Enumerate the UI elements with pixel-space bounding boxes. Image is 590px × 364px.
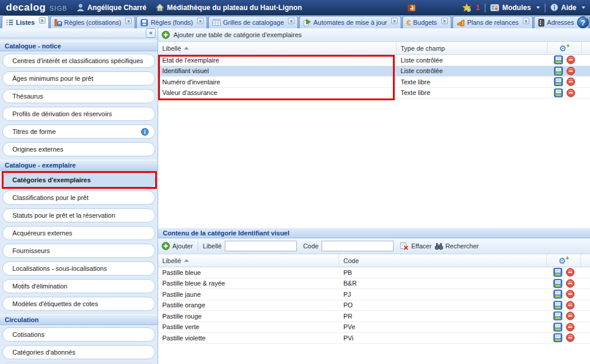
column-header-actions[interactable]: ⚙+ bbox=[547, 254, 581, 267]
sidebar-item-label: Modèles d'étiquettes de cotes bbox=[12, 300, 98, 307]
column-header-actions[interactable]: ⚙+ bbox=[548, 42, 582, 54]
save-icon[interactable] bbox=[553, 333, 562, 342]
sidebar-item-categories-d-abonnes[interactable]: Catégories d'abonnés bbox=[2, 345, 155, 359]
tab-grilles-de-catalogage[interactable]: Grilles de catalogagex bbox=[208, 16, 298, 28]
cell-code: PB bbox=[339, 269, 547, 276]
automate-icon bbox=[303, 19, 311, 27]
collapse-sidebar-button[interactable]: « bbox=[146, 28, 156, 38]
sidebar-item-profils-de-derivation-des-reservoirs[interactable]: Profils de dérivation des réservoirs bbox=[2, 107, 155, 121]
table-row[interactable]: Etat de l'exemplaireListe contrôlée bbox=[158, 55, 590, 66]
body: « Catalogue - noticeCentres d'intérêt et… bbox=[0, 28, 590, 364]
column-header-code[interactable]: Code bbox=[339, 254, 547, 267]
sidebar-item-fournisseurs[interactable]: Fournisseurs bbox=[2, 244, 155, 258]
tab-automates-de-mise-a-jour[interactable]: Automates de mise à jourx bbox=[299, 16, 401, 28]
sidebar-item-label: Profils de dérivation des réservoirs bbox=[12, 110, 112, 117]
table-row[interactable]: Identifiant visuelListe contrôlée bbox=[158, 66, 590, 77]
table-row[interactable]: Pastille jaunePJ bbox=[158, 289, 590, 300]
tab-close-icon[interactable]: x bbox=[39, 17, 45, 24]
effacer-button[interactable]: Effacer bbox=[400, 242, 432, 250]
tab-budgets[interactable]: €Budgetsx bbox=[402, 16, 451, 28]
sidebar-item-acquereurs-externes[interactable]: Acquéreurs externes bbox=[2, 226, 155, 240]
table-row[interactable]: Numéro d'inventaireTexte libre bbox=[158, 77, 590, 88]
sidebar-item-ages-minimums-pour-le-pret[interactable]: Âges minimums pour le prêt bbox=[2, 71, 155, 86]
sidebar-section-catalogue-exemplaire: Catalogue - exemplaire bbox=[0, 160, 158, 170]
tab-close-icon[interactable]: x bbox=[197, 18, 204, 24]
tab-plans-de-relances[interactable]: Plans de relancesx bbox=[453, 16, 533, 28]
libelle-filter-input[interactable] bbox=[225, 241, 297, 251]
save-icon[interactable] bbox=[554, 67, 563, 76]
save-icon[interactable] bbox=[554, 55, 563, 64]
sidebar-item-label: Classifications pour le prêt bbox=[12, 194, 88, 201]
help-menu[interactable]: Aide bbox=[550, 4, 585, 12]
delete-icon[interactable] bbox=[566, 323, 575, 332]
sidebar-item-modeles-d-etiquettes-de-cotes[interactable]: Modèles d'étiquettes de cotes bbox=[2, 297, 155, 311]
save-icon[interactable] bbox=[553, 268, 562, 277]
sidebar-item-statuts-pour-le-pret-et-la-reservation[interactable]: Statuts pour le prêt et la réservation bbox=[2, 208, 155, 222]
add-table-button[interactable]: Ajouter une table de catégorie d'exempla… bbox=[173, 31, 301, 38]
gear-add-icon[interactable]: ⚙+ bbox=[559, 256, 569, 265]
sidebar-item-motifs-d-elimination[interactable]: Motifs d'élimination bbox=[2, 279, 155, 293]
sidebar-item-origines-externes[interactable]: Origines externes bbox=[2, 142, 155, 156]
relance-icon bbox=[457, 19, 465, 27]
save-icon[interactable] bbox=[553, 323, 562, 332]
tab-close-icon[interactable]: x bbox=[441, 18, 448, 24]
delete-icon[interactable] bbox=[566, 88, 575, 97]
tab-close-icon[interactable]: x bbox=[391, 18, 398, 24]
code-filter-input[interactable] bbox=[322, 241, 394, 251]
save-icon[interactable] bbox=[553, 311, 562, 320]
gear-add-icon[interactable]: ⚙+ bbox=[559, 44, 570, 53]
sidebar-item-localisations-sous-localisations[interactable]: Localisations - sous-localisations bbox=[2, 261, 155, 276]
info-circle-icon[interactable] bbox=[141, 128, 149, 136]
delete-icon[interactable] bbox=[566, 67, 575, 76]
titlebar-actions: 1 | Modules | Aide bbox=[407, 2, 585, 13]
delete-icon[interactable] bbox=[566, 290, 575, 299]
sidebar-section-items: Centres d'intérêt et classifications spé… bbox=[0, 51, 158, 158]
delete-icon[interactable] bbox=[566, 55, 575, 64]
tab-close-icon[interactable]: x bbox=[288, 18, 294, 24]
favorites-indicator[interactable]: 1 bbox=[462, 3, 480, 12]
save-icon[interactable] bbox=[554, 77, 563, 86]
table-row[interactable]: Pastille bleue & rayéeB&R bbox=[158, 278, 590, 290]
table-row[interactable]: Pastille rougePR bbox=[158, 311, 590, 322]
tab-regles-fonds[interactable]: Règles (fonds)x bbox=[136, 16, 207, 28]
sidebar-item-classifications-pour-le-pret[interactable]: Classifications pour le prêt bbox=[2, 191, 155, 205]
delete-icon[interactable] bbox=[566, 268, 575, 277]
delete-icon[interactable] bbox=[566, 77, 575, 86]
cell-libelle: Pastille rouge bbox=[158, 313, 339, 320]
tab-listes[interactable]: Listesx bbox=[2, 15, 49, 28]
table-row[interactable]: Pastille vertePVe bbox=[158, 322, 590, 333]
tab-close-icon[interactable]: x bbox=[125, 18, 132, 24]
rechercher-button[interactable]: Rechercher bbox=[435, 242, 479, 250]
table-row[interactable]: Valeur d'assuranceTexte libre bbox=[158, 88, 590, 99]
ajouter-button[interactable]: Ajouter bbox=[162, 242, 193, 250]
delete-icon[interactable] bbox=[566, 311, 575, 320]
cell-libelle: Pastille bleue bbox=[158, 269, 339, 276]
delete-icon[interactable] bbox=[566, 301, 575, 310]
sigb-label: SIGB bbox=[50, 5, 67, 12]
help-button[interactable]: ? bbox=[577, 17, 589, 28]
sidebar-item-label: Thésaurus bbox=[12, 93, 43, 100]
sidebar-item-titres-de-forme[interactable]: Titres de forme bbox=[2, 124, 155, 139]
cell-code: PVi bbox=[339, 335, 547, 342]
table-row[interactable]: Pastille orangePO bbox=[158, 300, 590, 311]
column-header-libelle[interactable]: Libellé bbox=[158, 254, 339, 267]
save-icon[interactable] bbox=[553, 279, 562, 288]
delete-icon[interactable] bbox=[566, 333, 575, 342]
sidebar-item-cotisations[interactable]: Cotisations bbox=[2, 327, 155, 342]
table-row[interactable]: Pastille bleuePB bbox=[158, 267, 590, 278]
delete-icon[interactable] bbox=[566, 279, 575, 288]
sidebar-item-thesaurus[interactable]: Thésaurus bbox=[2, 89, 155, 103]
chevron-down-icon bbox=[536, 6, 540, 9]
column-header-type[interactable]: Type de champ bbox=[396, 42, 548, 54]
save-icon[interactable] bbox=[553, 301, 562, 310]
save-icon[interactable] bbox=[554, 88, 563, 97]
tab-regles-cotisations[interactable]: Règles (cotisations)x bbox=[50, 16, 136, 28]
column-header-libelle[interactable]: Libellé bbox=[158, 42, 396, 54]
table-row[interactable]: Pastille violettePVi bbox=[158, 333, 590, 344]
connection-status-icon[interactable] bbox=[407, 4, 416, 12]
tab-close-icon[interactable]: x bbox=[523, 18, 529, 24]
save-icon[interactable] bbox=[553, 290, 562, 299]
modules-menu[interactable]: Modules bbox=[490, 4, 540, 12]
sidebar-item-categories-d-exemplaires[interactable]: Catégories d'exemplaires bbox=[2, 173, 155, 187]
sidebar-item-centres-d-interet-et-classifications-specifiques[interactable]: Centres d'intérêt et classifications spé… bbox=[2, 54, 155, 68]
